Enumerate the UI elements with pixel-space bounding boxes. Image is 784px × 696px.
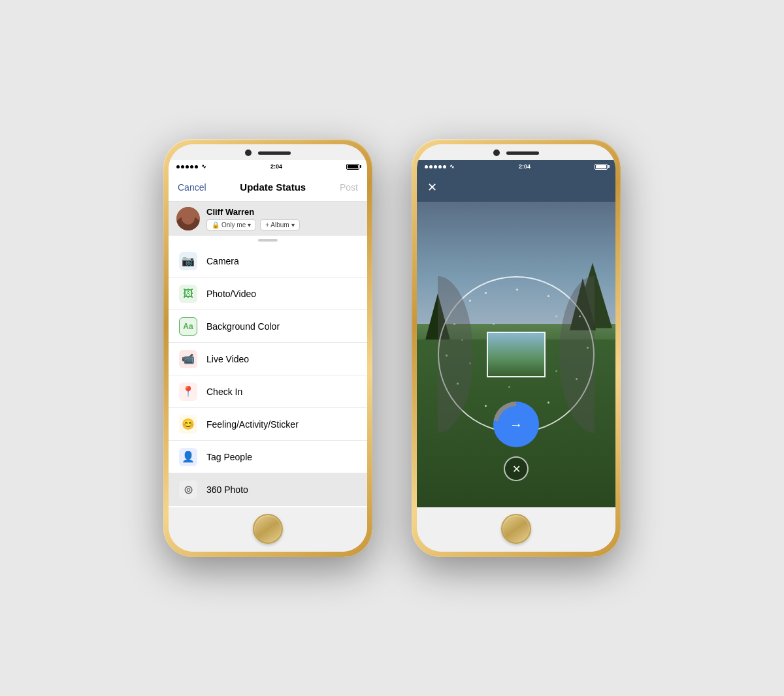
360-label: 360 Photo [206, 484, 248, 495]
status-bar-left: ∿ 2:04 [169, 160, 367, 173]
camera-viewport: → ✕ [417, 202, 615, 507]
menu-item-live[interactable]: 📹 Live Video [169, 343, 367, 375]
time-left: 2:04 [270, 163, 282, 170]
time-right: 2:04 [519, 163, 531, 170]
nav-bar-left: Cancel Update Status Post [169, 173, 367, 202]
checkin-label: Check In [206, 387, 242, 397]
right-phone-bottom [417, 507, 615, 552]
status-left-right: ∿ [425, 163, 455, 170]
wifi-icon-left: ∿ [201, 163, 206, 170]
close-capture-icon: ✕ [512, 463, 521, 475]
status-right-left [346, 164, 359, 170]
front-camera-right [493, 150, 500, 156]
capture-arrow-icon: → [510, 417, 523, 432]
dot [485, 405, 487, 407]
live-label: Live Video [206, 354, 249, 364]
dot [547, 402, 549, 403]
camera-icon: 📷 [179, 252, 197, 270]
menu-item-feeling[interactable]: 😊 Feeling/Activity/Sticker [169, 408, 367, 441]
live-icon: 📹 [179, 350, 197, 368]
right-phone-top [417, 144, 615, 160]
camera-close-button[interactable]: ✕ [427, 180, 437, 195]
menu-item-camera[interactable]: 📷 Camera [169, 245, 367, 277]
left-phone: ∿ 2:04 Cancel Update Status Post [163, 139, 372, 557]
user-row: Cliff Warren 🔒 Only me ▾ + Album ▾ [169, 202, 367, 236]
dot [547, 295, 549, 297]
tag-icon: 👤 [179, 448, 197, 466]
capture-area: → ✕ [493, 402, 539, 481]
speaker-right [506, 151, 539, 155]
user-name: Cliff Warren [206, 207, 300, 217]
battery-icon-right [595, 164, 608, 170]
checkin-icon: 📍 [179, 383, 197, 401]
sensors [245, 150, 291, 156]
tag-label: Tag People [206, 452, 252, 462]
privacy-button[interactable]: 🔒 Only me ▾ [206, 219, 256, 230]
360-icon: ⊚ [179, 481, 197, 499]
capture-button[interactable]: → [493, 402, 539, 447]
camera-screen: ∿ 2:04 ✕ [417, 160, 615, 507]
photo-icon: 🖼 [179, 285, 197, 303]
menu-list: 📷 Camera 🖼 Photo/Video Aa Background Col… [169, 245, 367, 507]
page-title: Update Status [240, 182, 306, 193]
menu-item-tag[interactable]: 👤 Tag People [169, 441, 367, 473]
right-phone: ∿ 2:04 ✕ [412, 139, 621, 557]
signal-dots [176, 165, 198, 168]
speaker-left [258, 151, 291, 155]
sensors-right [493, 150, 539, 156]
photo-rectangle [487, 332, 546, 377]
dot [508, 386, 510, 388]
menu-item-360[interactable]: ⊚ 360 Photo [169, 473, 367, 506]
home-button-left[interactable] [253, 514, 283, 544]
feeling-label: Feeling/Activity/Sticker [206, 419, 299, 430]
status-left: ∿ [176, 163, 206, 170]
menu-item-background[interactable]: Aa Background Color [169, 310, 367, 343]
front-camera-left [245, 150, 252, 156]
avatar [176, 207, 200, 230]
camera-label: Camera [206, 256, 239, 266]
dot [493, 323, 495, 325]
dot [485, 292, 487, 294]
cancel-button[interactable]: Cancel [178, 182, 206, 193]
album-button[interactable]: + Album ▾ [260, 219, 299, 230]
left-phone-bottom [169, 507, 367, 552]
left-screen: ∿ 2:04 Cancel Update Status Post [169, 160, 367, 507]
user-info: Cliff Warren 🔒 Only me ▾ + Album ▾ [206, 207, 300, 230]
camera-nav-bar: ✕ [417, 173, 615, 202]
dot [555, 370, 557, 372]
background-icon: Aa [179, 317, 197, 336]
dot [555, 315, 557, 317]
feeling-icon: 😊 [179, 415, 197, 434]
home-button-right[interactable] [501, 514, 531, 544]
cancel-capture-button[interactable]: ✕ [504, 456, 529, 481]
battery-icon-left [346, 164, 359, 170]
scroll-indicator [169, 236, 367, 245]
photo-label: Photo/Video [206, 289, 256, 299]
menu-item-photo[interactable]: 🖼 Photo/Video [169, 277, 367, 310]
wifi-icon-right: ∿ [449, 163, 455, 170]
post-button[interactable]: Post [340, 182, 358, 193]
user-controls: 🔒 Only me ▾ + Album ▾ [206, 219, 300, 230]
left-phone-top [169, 144, 367, 160]
dot [469, 300, 471, 302]
signal-dots-right [425, 165, 446, 168]
menu-item-checkin[interactable]: 📍 Check In [169, 375, 367, 408]
status-right-right [595, 164, 608, 170]
status-bar-right: ∿ 2:04 [417, 160, 615, 173]
background-label: Background Color [206, 321, 280, 332]
